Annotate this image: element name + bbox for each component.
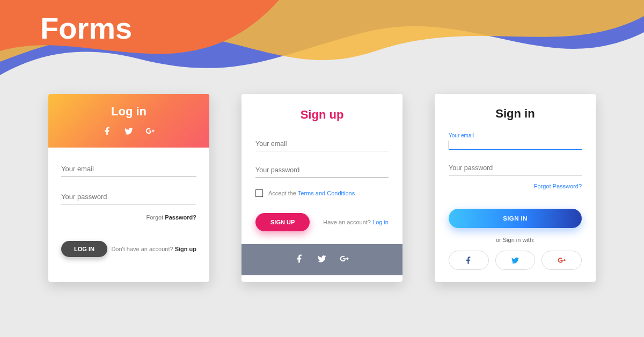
signup-card: Sign up Accept the Terms and Conditions … xyxy=(241,94,402,282)
twitter-button[interactable] xyxy=(495,251,536,270)
email-float-label: Your email xyxy=(449,133,582,138)
facebook-icon[interactable] xyxy=(295,254,304,266)
password-field[interactable] xyxy=(255,163,389,178)
facebook-icon xyxy=(464,256,473,265)
signup-title: Sign up xyxy=(255,108,389,122)
email-field-wrapper: Your email xyxy=(449,133,582,150)
signup-hint-prefix: Don't have an account? xyxy=(111,246,174,252)
twitter-icon xyxy=(511,256,519,265)
signin-card: Sign in Your email Forgot Password? SIGN… xyxy=(435,94,596,282)
login-hint: Have an account? Log in xyxy=(323,219,389,225)
email-field[interactable] xyxy=(255,137,389,151)
page-title: Forms xyxy=(40,11,132,46)
login-title: Log in xyxy=(48,105,209,119)
login-button[interactable]: LOG IN xyxy=(61,241,107,257)
google-plus-icon[interactable] xyxy=(145,126,155,138)
password-field[interactable] xyxy=(449,162,582,175)
signin-button[interactable]: SIGN IN xyxy=(449,209,582,228)
twitter-icon[interactable] xyxy=(124,126,134,138)
google-plus-icon[interactable] xyxy=(340,254,349,266)
signup-card-footer xyxy=(241,244,402,275)
password-field[interactable] xyxy=(61,189,196,204)
terms-link[interactable]: Terms and Conditions xyxy=(298,190,355,196)
login-link[interactable]: Log in xyxy=(372,219,389,225)
terms-checkbox[interactable] xyxy=(255,189,263,197)
google-plus-button[interactable] xyxy=(541,251,582,270)
signup-link[interactable]: Sign up xyxy=(175,246,196,252)
signin-title: Sign in xyxy=(449,107,582,121)
terms-prefix: Accept the xyxy=(268,190,298,196)
facebook-icon[interactable] xyxy=(103,126,112,138)
login-hint-prefix: Have an account? xyxy=(323,219,372,225)
login-card: Log in Forgot Password? LOG IN Don't hav… xyxy=(48,94,209,282)
or-sign-in-with: or Sign in with: xyxy=(449,237,582,243)
forgot-password-link[interactable]: Forgot Password? xyxy=(61,214,196,221)
terms-text: Accept the Terms and Conditions xyxy=(268,190,355,196)
signup-button[interactable]: SIGN UP xyxy=(255,213,310,231)
forgot-password-link[interactable]: Forgot Password? xyxy=(534,183,582,189)
facebook-button[interactable] xyxy=(449,251,489,270)
forgot-bold: Password? xyxy=(165,214,196,221)
email-field[interactable] xyxy=(61,162,196,177)
twitter-icon[interactable] xyxy=(317,254,327,266)
signup-hint: Don't have an account? Sign up xyxy=(111,246,196,252)
google-plus-icon xyxy=(558,256,566,265)
login-card-header: Log in xyxy=(48,94,209,148)
forgot-prefix: Forgot xyxy=(146,214,165,221)
